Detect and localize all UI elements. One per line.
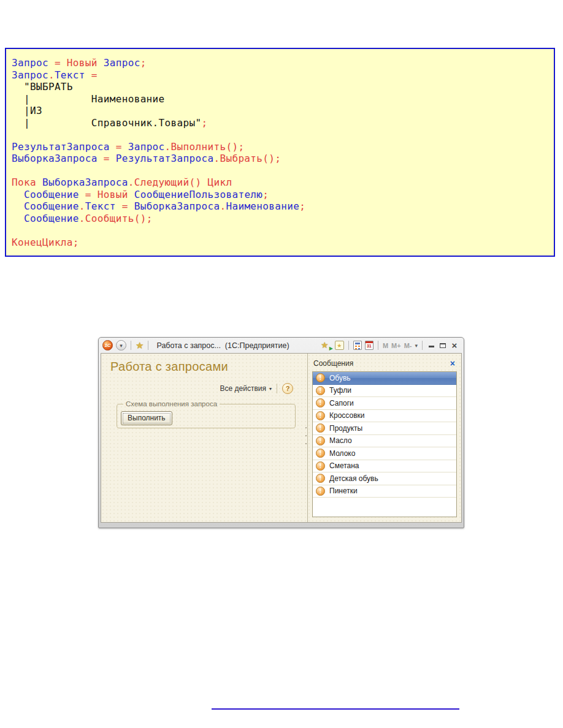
code-line: Сообщение.Сообщить(); xyxy=(12,213,550,225)
messages-panel-header: Сообщения × xyxy=(308,354,461,371)
message-row[interactable]: !Кроссовки xyxy=(313,410,456,423)
form-pane: Работа с запросами Все действия ▾ ? Схем… xyxy=(101,354,304,522)
code-line: ВыборкаЗапроса = РезультатЗапроса.Выбрат… xyxy=(12,153,550,165)
titlebar-separator xyxy=(348,341,349,350)
add-to-favorites-button[interactable]: ★ ▶ xyxy=(321,341,332,351)
app-logo-icon[interactable]: 1С xyxy=(102,340,113,351)
window-title: Работа с запрос... (1С:Предприятие) xyxy=(156,341,289,350)
pane-splitter[interactable] xyxy=(304,354,308,522)
execute-button[interactable]: Выполнить xyxy=(121,411,172,425)
warning-icon: ! xyxy=(316,398,325,408)
warning-icon: ! xyxy=(316,423,325,433)
code-line xyxy=(12,165,550,177)
messages-list: !Обувь!Туфли!Сапоги!Кроссовки!Продукты!М… xyxy=(312,371,457,517)
star-icon: ★ xyxy=(337,343,342,349)
messages-panel-title: Сообщения xyxy=(313,359,353,368)
warning-icon: ! xyxy=(316,461,325,471)
code-line: |ИЗ xyxy=(12,105,550,117)
warning-icon: ! xyxy=(316,487,325,496)
all-actions-button[interactable]: Все действия ▾ xyxy=(220,384,272,393)
message-label: Продукты xyxy=(329,424,362,433)
horizontal-rule xyxy=(212,708,459,710)
message-row[interactable]: !Туфли xyxy=(313,385,456,398)
message-label: Детская обувь xyxy=(329,474,378,483)
chevron-down-icon: ▾ xyxy=(120,343,123,349)
titlebar-separator xyxy=(131,341,131,350)
message-label: Молоко xyxy=(329,449,355,458)
message-row[interactable]: !Молоко xyxy=(313,447,456,460)
help-button[interactable]: ? xyxy=(282,383,293,394)
message-row[interactable]: !Пинетки xyxy=(313,485,456,498)
code-line: КонецЦикла; xyxy=(12,237,550,249)
message-row[interactable]: !Масло xyxy=(313,435,456,448)
all-actions-label: Все действия xyxy=(220,384,266,393)
message-label: Сметана xyxy=(329,461,359,470)
warning-icon: ! xyxy=(316,474,325,483)
groupbox-label: Схема выполнения запроса xyxy=(123,400,220,408)
message-row[interactable]: !Сапоги xyxy=(313,397,456,410)
code-line xyxy=(12,224,550,237)
titlebar-separator xyxy=(148,341,148,350)
window-titlebar[interactable]: 1С ▾ ★ Работа с запрос... (1С:Предприяти… xyxy=(99,338,464,353)
chevron-down-icon[interactable]: ▾ xyxy=(415,343,418,349)
code-line xyxy=(12,129,550,141)
page: Запрос = Новый Запрос;Запрос.Текст = "ВЫ… xyxy=(0,0,563,728)
code-line: Пока ВыборкаЗапроса.Следующий() Цикл xyxy=(12,176,550,189)
message-label: Сапоги xyxy=(329,399,354,408)
message-label: Пинетки xyxy=(329,487,358,495)
code-line: | Наименование xyxy=(12,93,550,105)
warning-icon: ! xyxy=(316,411,325,420)
splitter-grip-dot xyxy=(305,443,307,444)
app-window: 1С ▾ ★ Работа с запрос... (1С:Предприяти… xyxy=(98,337,464,528)
actions-separator xyxy=(277,384,277,393)
calendar-icon[interactable]: 31 xyxy=(365,341,373,350)
minimize-button[interactable] xyxy=(427,341,435,350)
message-row[interactable]: !Детская обувь xyxy=(313,472,456,485)
messages-panel: Сообщения × !Обувь!Туфли!Сапоги!Кроссовк… xyxy=(308,354,461,522)
actions-row: Все действия ▾ ? xyxy=(110,383,293,394)
message-label: Масло xyxy=(329,436,352,445)
main-menu-button[interactable]: ▾ xyxy=(116,340,126,351)
message-row[interactable]: !Сметана xyxy=(313,460,456,473)
splitter-grip-dot xyxy=(305,427,307,428)
code-line: "ВЫБРАТЬ xyxy=(12,81,550,93)
memory-minus-button[interactable]: M- xyxy=(404,342,412,349)
code-line: Запрос.Текст = xyxy=(12,69,550,82)
warning-icon: ! xyxy=(316,373,325,382)
close-button[interactable]: × xyxy=(450,341,459,350)
show-favorites-button[interactable]: ★ xyxy=(335,341,344,350)
window-content: Работа с запросами Все действия ▾ ? Схем… xyxy=(101,353,462,523)
splitter-grip-dot xyxy=(305,435,307,436)
calculator-icon[interactable] xyxy=(353,341,362,350)
code-line: РезультатЗапроса = Запрос.Выполнить(); xyxy=(12,141,550,153)
message-label: Кроссовки xyxy=(329,411,364,420)
form-title: Работа с запросами xyxy=(110,360,304,374)
green-arrow-icon: ▶ xyxy=(329,346,333,351)
favorites-star-icon[interactable]: ★ xyxy=(136,341,144,350)
code-line: Запрос = Новый Запрос; xyxy=(12,57,550,69)
message-row[interactable]: !Обувь xyxy=(313,372,456,385)
query-schema-groupbox: Схема выполнения запроса Выполнить xyxy=(117,400,296,428)
message-row[interactable]: !Продукты xyxy=(313,422,456,435)
chevron-down-icon: ▾ xyxy=(269,386,272,392)
code-line: Сообщение = Новый СообщениеПользователю; xyxy=(12,189,550,201)
code-block: Запрос = Новый Запрос;Запрос.Текст = "ВЫ… xyxy=(5,48,555,257)
titlebar-separator xyxy=(378,341,378,350)
memory-recall-button[interactable]: M xyxy=(383,342,388,349)
warning-icon: ! xyxy=(316,436,325,446)
message-label: Туфли xyxy=(329,386,351,395)
message-label: Обувь xyxy=(329,374,351,382)
warning-icon: ! xyxy=(316,449,325,458)
maximize-button[interactable] xyxy=(439,341,447,350)
messages-close-icon[interactable]: × xyxy=(450,360,455,367)
memory-plus-button[interactable]: M+ xyxy=(391,342,401,349)
warning-icon: ! xyxy=(316,386,325,395)
code-line: | Справочник.Товары"; xyxy=(12,117,550,129)
titlebar-separator xyxy=(422,341,423,350)
code-line: Сообщение.Текст = ВыборкаЗапроса.Наимено… xyxy=(12,200,550,213)
star-icon: ★ xyxy=(321,340,329,350)
